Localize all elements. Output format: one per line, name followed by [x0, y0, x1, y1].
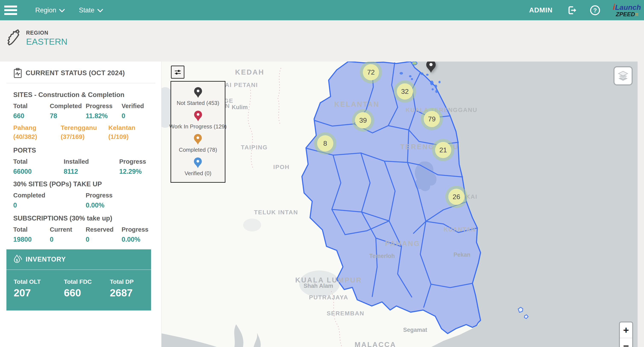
- inventory-drop-icon: $: [14, 254, 22, 264]
- help-icon: ?: [590, 5, 600, 16]
- inventory-stat: Total DP 2687: [110, 278, 151, 299]
- cluster-marker[interactable]: 21: [432, 139, 454, 161]
- sites-col-header: Completed: [50, 102, 86, 112]
- sites-col-header: Total: [13, 102, 50, 112]
- pops-col-header: Progress: [86, 192, 154, 202]
- status-panel: CURRENT STATUS (OCT 2024) SITES - Constr…: [0, 62, 162, 347]
- map-label: MALACCA: [355, 340, 396, 347]
- state-stat: Pahang (40/382): [13, 123, 61, 141]
- legend-item: Work In Progress (129): [169, 110, 226, 130]
- ports-progress: 12.29%: [119, 168, 154, 176]
- map-label: PUTRAJAYA: [309, 294, 348, 301]
- zoom-in-button[interactable]: +: [620, 322, 632, 338]
- state-stat: Kelantan (1/109): [108, 123, 154, 141]
- state-stat: Terengganu (37/169): [61, 123, 108, 141]
- map-filter-button[interactable]: [171, 66, 184, 79]
- map-label: KEDAH: [235, 68, 264, 76]
- ports-section: PORTS Total Installed Progress 66000 811…: [13, 146, 154, 176]
- cluster-marker[interactable]: 72: [360, 62, 382, 83]
- nav-state-dropdown[interactable]: State: [79, 6, 103, 14]
- sites-col-header: Progress: [86, 102, 122, 112]
- map-label: KUANTAN: [444, 226, 476, 233]
- subs-reserved: 0: [86, 236, 122, 243]
- pin-icon: [194, 134, 202, 145]
- map-label: Segamat: [403, 327, 427, 333]
- map-label: KUALA TERENGGANU: [406, 106, 477, 114]
- region-map-icon: [6, 29, 21, 47]
- help-button[interactable]: ?: [590, 5, 600, 16]
- pops-title: 30% SITES (POPs) TAKE UP: [13, 180, 154, 188]
- legend-item: Completed (78): [179, 134, 217, 153]
- legend-item: Not Started (453): [177, 87, 219, 106]
- map-layers-button[interactable]: [614, 66, 633, 86]
- hamburger-menu-icon[interactable]: [4, 6, 17, 15]
- inventory-stat: Total OLT 207: [14, 278, 64, 299]
- map-label: Temerloh: [369, 253, 395, 260]
- map-overlay: KEDAHGAI PETANIGENKulimKELANTANKUALA TER…: [161, 62, 638, 347]
- chevron-down-icon: [98, 9, 103, 12]
- legend-items: Not Started (453)Work In Progress (129)C…: [169, 83, 226, 181]
- map-label: Shah Alam: [304, 283, 333, 289]
- ports-col-header: Installed: [64, 158, 119, 168]
- panel-title-row: CURRENT STATUS (OCT 2024): [13, 68, 125, 78]
- sliders-icon: [174, 69, 182, 76]
- layers-icon: [616, 70, 630, 82]
- cluster-marker[interactable]: 32: [394, 80, 416, 102]
- nav-region-label: Region: [35, 6, 56, 14]
- map-label: TELUK INTAN: [254, 209, 298, 216]
- ports-col-header: Progress: [119, 158, 154, 168]
- zoom-out-button[interactable]: −: [620, 338, 632, 347]
- ports-col-header: Total: [13, 158, 64, 168]
- subs-col-header: Reserved: [86, 226, 122, 236]
- logout-button[interactable]: [567, 5, 578, 16]
- map-label: TAIPING: [241, 144, 268, 151]
- navbar: Region State ADMIN ? iLaunch ZPEED≡: [0, 0, 644, 20]
- pops-col-header: Completed: [13, 192, 86, 202]
- cluster-marker[interactable]: 39: [352, 109, 374, 132]
- clipboard-chart-icon: [13, 68, 22, 78]
- subs-col-header: Total: [13, 226, 50, 236]
- inventory-title: INVENTORY: [26, 256, 66, 263]
- nav-state-label: State: [79, 6, 94, 14]
- pin-icon: [194, 157, 202, 168]
- subs-progress: 0.00%: [122, 236, 154, 243]
- svg-text:$: $: [16, 258, 18, 262]
- pin-icon: [194, 87, 202, 98]
- map-label: Pekan: [454, 252, 470, 258]
- cluster-marker[interactable]: 8: [314, 132, 336, 154]
- site-pin[interactable]: [426, 62, 436, 74]
- logo-line1: Launch: [615, 3, 641, 11]
- subs-col-header: Progress: [122, 226, 154, 236]
- map-legend: Not Started (453)Work In Progress (129)C…: [170, 81, 226, 183]
- nav-region-dropdown[interactable]: Region: [35, 6, 65, 14]
- subscriptions-section: SUBSCRIPTIONS (30% take up) Total Curren…: [13, 214, 154, 243]
- chevron-down-icon: [59, 9, 65, 12]
- subs-col-header: Current: [50, 226, 86, 236]
- sites-progress: 11.82%: [86, 112, 122, 120]
- app-logo: iLaunch ZPEED≡: [612, 3, 642, 17]
- admin-user-label[interactable]: ADMIN: [529, 6, 552, 14]
- ports-total: 66000: [13, 168, 64, 176]
- inventory-card: $ INVENTORY Total OLT 207 Total FDC 660 …: [6, 249, 151, 310]
- panel-title: CURRENT STATUS (OCT 2024): [26, 69, 125, 77]
- map-label: Kulim: [232, 104, 248, 111]
- sites-title: SITES - Construction & Completion: [13, 91, 154, 99]
- pops-progress: 0.00%: [86, 202, 154, 209]
- legend-item: Verified (0): [184, 157, 212, 177]
- subscriptions-title: SUBSCRIPTIONS (30% take up): [13, 214, 154, 222]
- pin-icon: [194, 110, 202, 122]
- cluster-marker[interactable]: 79: [421, 108, 443, 130]
- map-canvas[interactable]: KEDAHGAI PETANIGENKulimKELANTANKUALA TER…: [161, 62, 638, 347]
- pops-takeup-section: 30% SITES (POPs) TAKE UP Completed Progr…: [13, 180, 154, 209]
- sites-col-header: Verified: [122, 102, 154, 112]
- page-header: REGION EASTERN: [0, 20, 644, 62]
- sites-total: 660: [13, 112, 50, 120]
- subs-current: 0: [50, 236, 86, 243]
- map-zoom-control: + −: [619, 322, 633, 347]
- logout-icon: [567, 5, 578, 16]
- pops-completed: 0: [13, 202, 86, 209]
- map-label: PAHANG: [385, 240, 420, 248]
- map-label: KELANTAN: [334, 100, 379, 108]
- cluster-marker[interactable]: 26: [445, 186, 468, 208]
- ports-installed: 8112: [64, 168, 119, 176]
